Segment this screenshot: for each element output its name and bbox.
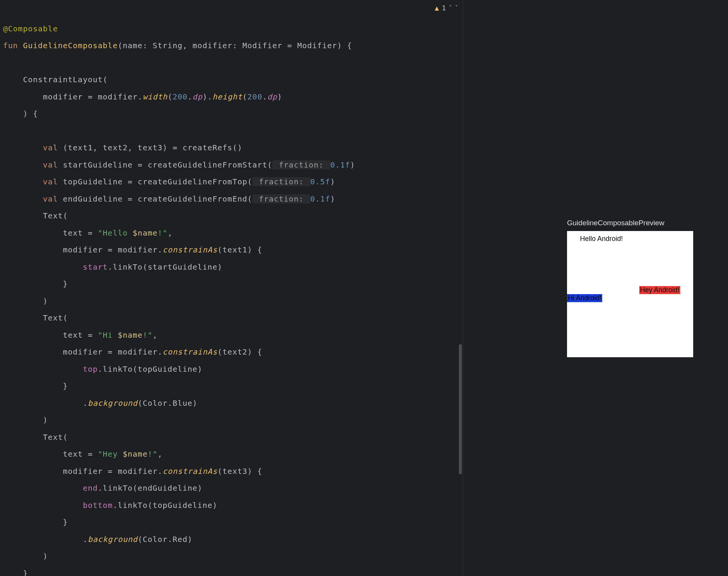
preview-text-hi: Hi Android!: [567, 294, 602, 302]
inspection-widget[interactable]: ▲ 1 ˄ ˅: [435, 4, 458, 12]
ext-fn: width: [143, 92, 167, 101]
preview-label: GuidelineComposablePreview: [567, 219, 665, 227]
parameter-hint: fraction:: [252, 194, 310, 203]
code-line: Text(: [3, 211, 68, 220]
preview-text-hello: Hello Android!: [580, 235, 623, 243]
ext-fn: constrainAs: [162, 467, 217, 476]
parameter-hint: fraction:: [272, 160, 330, 169]
ext-fn: constrainAs: [162, 347, 217, 356]
ext-fn: background: [88, 535, 138, 544]
code-line: ConstraintLayout(: [3, 75, 108, 84]
code-line: }: [3, 279, 68, 288]
code-editor[interactable]: ▲ 1 ˄ ˅ @Composable fun GuidelineComposa…: [0, 0, 463, 576]
code-area[interactable]: @Composable fun GuidelineComposable(name…: [0, 0, 463, 576]
code-line: ): [3, 552, 48, 561]
warning-count: 1: [442, 4, 446, 12]
kw-fun: fun: [3, 41, 18, 50]
next-highlight-icon[interactable]: ˅: [455, 4, 458, 11]
code-line: Text(: [3, 433, 68, 442]
code-line: Text(: [3, 313, 68, 322]
preview-canvas[interactable]: Hello Android! Hey Android! Hi Android!: [567, 231, 693, 357]
code-line: ) {: [3, 109, 38, 118]
code-line: ): [3, 296, 48, 306]
parameter-hint: fraction:: [252, 177, 310, 186]
compose-preview-pane[interactable]: GuidelineComposablePreview Hello Android…: [463, 0, 728, 576]
fn-name: GuidelineComposable: [23, 41, 118, 50]
fn-sig: (name: String, modifier: Modifier = Modi…: [118, 41, 352, 50]
prev-highlight-icon[interactable]: ˄: [449, 4, 452, 11]
annotation: @Composable: [3, 24, 58, 33]
ext-fn: constrainAs: [162, 245, 217, 254]
vertical-scrollbar[interactable]: [458, 0, 463, 576]
editor-gutter: [0, 0, 4, 576]
warning-icon: ▲: [435, 4, 439, 12]
code-line: ): [3, 415, 48, 425]
scrollbar-thumb[interactable]: [459, 344, 462, 474]
code-line: }: [3, 381, 68, 391]
preview-text-hey: Hey Android!: [639, 286, 680, 294]
code-line: modifier = modifier.: [3, 92, 143, 101]
code-line: }: [3, 569, 28, 576]
code-line: }: [3, 517, 68, 527]
ext-fn: background: [88, 399, 138, 408]
ext-fn: height: [213, 92, 242, 101]
